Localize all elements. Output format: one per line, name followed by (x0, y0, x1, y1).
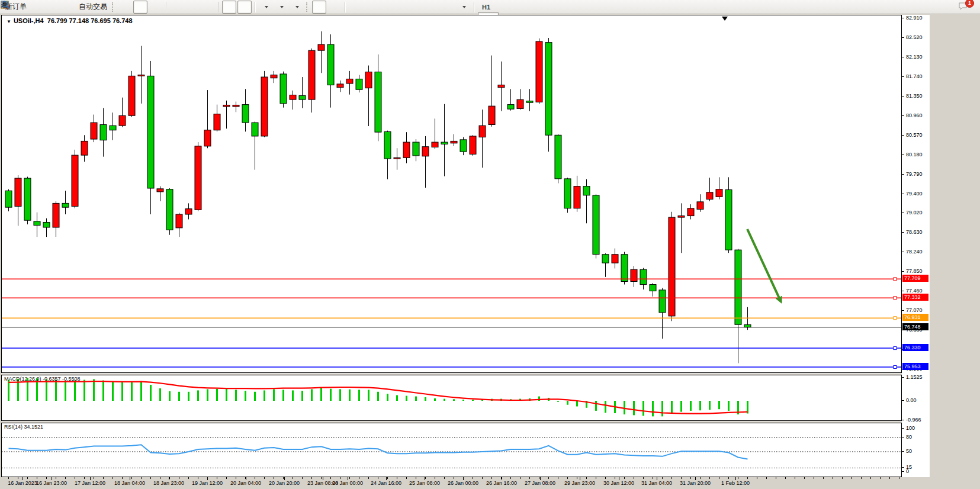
auto-scroll-button[interactable] (222, 1, 236, 14)
time-minor-tick (842, 477, 843, 479)
candle-body (214, 114, 220, 130)
candle-body (204, 130, 211, 146)
bar-chart-button[interactable] (118, 1, 132, 14)
notifications-button[interactable]: 1 (957, 1, 971, 14)
toolbar-grip (112, 2, 115, 12)
crosshair-button[interactable] (327, 1, 342, 14)
time-minor-tick (255, 477, 255, 479)
time-minor-tick (567, 477, 568, 479)
line-handle[interactable] (894, 365, 897, 368)
time-label: 17 Jan 12:00 (75, 480, 105, 486)
search-button[interactable] (937, 1, 952, 14)
time-minor-tick (539, 477, 539, 479)
time-minor-tick (615, 477, 615, 479)
time-minor-tick (160, 477, 160, 479)
market-watch-button[interactable] (30, 1, 44, 14)
time-label: 18 Jan 04:00 (114, 480, 145, 486)
time-minor-tick (709, 477, 710, 479)
vertical-line-button[interactable] (349, 1, 363, 14)
macd-label: MACD(12,26,9) -0.6357 -0.5508 (4, 376, 81, 382)
candle-body (43, 223, 50, 227)
line-handle[interactable] (894, 297, 897, 300)
price-pane[interactable]: ▼USOil-,H4 76.799 77.148 76.695 76.748 (1, 15, 902, 373)
toolbar-separator (345, 2, 346, 12)
price-tick: 82.910 (902, 15, 923, 21)
zoom-in-button[interactable] (170, 1, 184, 14)
candle-body (612, 255, 618, 263)
time-minor-tick (18, 477, 18, 479)
price-tick: 80.960 (902, 112, 923, 119)
level-price-label: 77.332 (902, 294, 928, 301)
candle-body (62, 203, 69, 207)
candle-body (706, 192, 713, 200)
time-minor-tick (150, 477, 151, 479)
time-minor-tick (340, 477, 340, 479)
chart-shift-button[interactable] (237, 1, 252, 14)
candle-body (327, 44, 334, 85)
time-minor-tick (283, 477, 284, 479)
candle-body (479, 126, 486, 137)
time-minor-tick (653, 477, 653, 479)
search-icon (0, 0, 11, 10)
time-minor-tick (899, 477, 899, 479)
timeframe-button-H1[interactable]: H1 (478, 2, 499, 12)
line-handle[interactable] (894, 347, 897, 350)
toolbar-separator (474, 2, 475, 12)
text-button[interactable]: A (426, 1, 440, 14)
time-minor-tick (577, 477, 577, 479)
time-minor-tick (330, 477, 331, 479)
candle-body (403, 142, 410, 157)
candle-body (261, 77, 268, 136)
line-handle[interactable] (894, 317, 897, 320)
equidistant-channel-button[interactable]: E (395, 1, 409, 14)
candle-body (470, 136, 476, 154)
chart-expander-icon[interactable]: ▼ (7, 19, 11, 24)
time-minor-tick (84, 477, 85, 479)
templates-button[interactable] (290, 1, 304, 14)
tile-windows-button[interactable] (201, 1, 215, 14)
price-axis[interactable]: 82.91082.52082.13081.74081.35080.96080.5… (902, 15, 930, 477)
arrows-button[interactable] (457, 1, 471, 14)
indicators-button[interactable] (259, 1, 273, 14)
time-label: 27 Jan 08:00 (525, 480, 555, 486)
zoom-out-button[interactable] (185, 1, 200, 14)
annotation-arrow[interactable] (747, 229, 781, 302)
candle-body (564, 179, 571, 208)
time-minor-tick (861, 477, 862, 479)
time-minor-tick (690, 477, 691, 479)
candlestick-chart-button[interactable] (133, 1, 147, 14)
time-minor-tick (520, 477, 520, 479)
time-minor-tick (435, 477, 435, 479)
time-minor-tick (728, 477, 729, 479)
time-label: 1 Feb 12:00 (721, 480, 750, 486)
cursor-button[interactable] (312, 1, 326, 14)
candle-body (242, 105, 249, 123)
candle-body (356, 79, 362, 89)
horizontal-line-button[interactable] (364, 1, 378, 14)
time-minor-tick (103, 477, 104, 479)
price-tick: 80.570 (902, 132, 923, 139)
price-tick: 81.740 (902, 73, 923, 80)
macd-pane[interactable]: MACD(12,26,9) -0.6357 -0.5508 (1, 375, 902, 421)
price-tick: 79.400 (902, 191, 923, 197)
line-chart-button[interactable] (149, 1, 163, 14)
periods-button[interactable] (274, 1, 288, 14)
time-minor-tick (482, 477, 483, 479)
time-axis[interactable]: 16 Jan 202316 Jan 23:0017 Jan 12:0018 Ja… (1, 477, 930, 489)
signals-button[interactable] (61, 1, 75, 14)
rsi-pane[interactable]: RSI(14) 34.1521 (1, 423, 902, 477)
time-minor-tick (510, 477, 511, 479)
candle-body (318, 44, 324, 50)
time-label: 24 Jan 00:00 (332, 480, 363, 486)
candle-body (81, 141, 88, 155)
candle-body (507, 105, 514, 110)
fibonacci-button[interactable]: F (410, 1, 425, 14)
data-window-button[interactable] (46, 1, 60, 14)
text-label-button[interactable]: T (441, 1, 455, 14)
line-handle[interactable] (894, 278, 897, 281)
autotrading-button[interactable]: 自动交易 (76, 1, 110, 14)
candle-body (678, 216, 685, 218)
trendline-button[interactable] (380, 1, 394, 14)
time-minor-tick (122, 477, 123, 479)
candle-body (687, 208, 694, 216)
